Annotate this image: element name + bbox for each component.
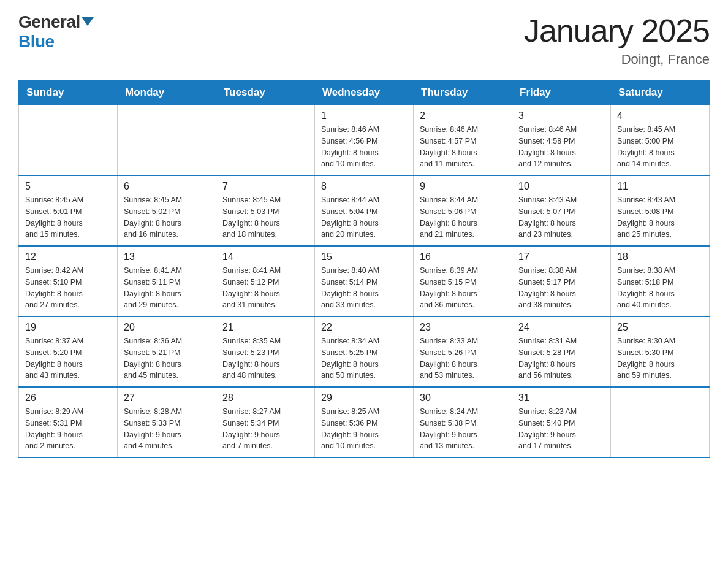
day-number: 18 [617, 251, 703, 262]
day-number: 1 [321, 110, 407, 121]
calendar-cell: 30Sunrise: 8:24 AMSunset: 5:38 PMDayligh… [414, 387, 512, 458]
calendar-cell: 5Sunrise: 8:45 AMSunset: 5:01 PMDaylight… [19, 175, 118, 246]
calendar-cell: 24Sunrise: 8:31 AMSunset: 5:28 PMDayligh… [512, 316, 611, 387]
day-number: 14 [222, 251, 308, 262]
days-header-row: Sunday Monday Tuesday Wednesday Thursday… [19, 80, 710, 105]
day-info: Sunrise: 8:36 AMSunset: 5:21 PMDaylight:… [124, 335, 210, 381]
day-number: 7 [222, 181, 308, 192]
calendar-week-row: 12Sunrise: 8:42 AMSunset: 5:10 PMDayligh… [19, 246, 710, 316]
calendar-cell: 15Sunrise: 8:40 AMSunset: 5:14 PMDayligh… [315, 246, 414, 316]
logo-blue: Blue [18, 32, 55, 52]
day-number: 29 [321, 393, 407, 404]
day-number: 26 [25, 393, 111, 404]
day-number: 15 [321, 251, 407, 262]
calendar-cell: 11Sunrise: 8:43 AMSunset: 5:08 PMDayligh… [611, 175, 710, 246]
calendar-cell: 25Sunrise: 8:30 AMSunset: 5:30 PMDayligh… [611, 316, 710, 387]
day-info: Sunrise: 8:41 AMSunset: 5:11 PMDaylight:… [124, 265, 210, 311]
day-info: Sunrise: 8:28 AMSunset: 5:33 PMDaylight:… [124, 406, 210, 452]
calendar-week-row: 1Sunrise: 8:46 AMSunset: 4:56 PMDaylight… [19, 105, 710, 176]
day-number: 24 [518, 322, 604, 333]
header-saturday: Saturday [611, 80, 710, 105]
calendar-cell: 6Sunrise: 8:45 AMSunset: 5:02 PMDaylight… [118, 175, 216, 246]
logo-arrow-icon [82, 17, 94, 26]
calendar-cell: 8Sunrise: 8:44 AMSunset: 5:04 PMDaylight… [315, 175, 414, 246]
calendar-cell: 22Sunrise: 8:34 AMSunset: 5:25 PMDayligh… [315, 316, 414, 387]
day-number: 6 [124, 181, 210, 192]
day-info: Sunrise: 8:45 AMSunset: 5:00 PMDaylight:… [617, 124, 703, 170]
calendar-cell: 31Sunrise: 8:23 AMSunset: 5:40 PMDayligh… [512, 387, 611, 458]
day-info: Sunrise: 8:38 AMSunset: 5:17 PMDaylight:… [518, 265, 604, 311]
day-number: 10 [518, 181, 604, 192]
logo-general: General [18, 12, 94, 32]
calendar-cell: 19Sunrise: 8:37 AMSunset: 5:20 PMDayligh… [19, 316, 118, 387]
calendar-cell: 20Sunrise: 8:36 AMSunset: 5:21 PMDayligh… [118, 316, 216, 387]
day-number: 3 [518, 110, 604, 121]
calendar-cell: 1Sunrise: 8:46 AMSunset: 4:56 PMDaylight… [315, 105, 414, 176]
header-thursday: Thursday [414, 80, 512, 105]
day-info: Sunrise: 8:45 AMSunset: 5:01 PMDaylight:… [25, 194, 111, 240]
day-number: 19 [25, 322, 111, 333]
day-number: 31 [518, 393, 604, 404]
day-number: 2 [420, 110, 506, 121]
calendar-cell: 12Sunrise: 8:42 AMSunset: 5:10 PMDayligh… [19, 246, 118, 316]
day-number: 13 [124, 251, 210, 262]
calendar-cell: 16Sunrise: 8:39 AMSunset: 5:15 PMDayligh… [414, 246, 512, 316]
calendar-cell: 7Sunrise: 8:45 AMSunset: 5:03 PMDaylight… [216, 175, 315, 246]
day-info: Sunrise: 8:40 AMSunset: 5:14 PMDaylight:… [321, 265, 407, 311]
day-info: Sunrise: 8:45 AMSunset: 5:03 PMDaylight:… [222, 194, 308, 240]
logo: General Blue [18, 12, 94, 52]
calendar-table: Sunday Monday Tuesday Wednesday Thursday… [18, 80, 710, 458]
page-header: General Blue January 2025 Doingt, France [18, 12, 710, 67]
calendar-cell: 10Sunrise: 8:43 AMSunset: 5:07 PMDayligh… [512, 175, 611, 246]
header-wednesday: Wednesday [315, 80, 414, 105]
day-number: 12 [25, 251, 111, 262]
calendar-cell: 28Sunrise: 8:27 AMSunset: 5:34 PMDayligh… [216, 387, 315, 458]
day-number: 25 [617, 322, 703, 333]
day-info: Sunrise: 8:42 AMSunset: 5:10 PMDaylight:… [25, 265, 111, 311]
day-info: Sunrise: 8:46 AMSunset: 4:57 PMDaylight:… [420, 124, 506, 170]
calendar-week-row: 5Sunrise: 8:45 AMSunset: 5:01 PMDaylight… [19, 175, 710, 246]
day-info: Sunrise: 8:29 AMSunset: 5:31 PMDaylight:… [25, 406, 111, 452]
day-info: Sunrise: 8:43 AMSunset: 5:07 PMDaylight:… [518, 194, 604, 240]
calendar-week-row: 26Sunrise: 8:29 AMSunset: 5:31 PMDayligh… [19, 387, 710, 458]
day-number: 21 [222, 322, 308, 333]
calendar-cell [611, 387, 710, 458]
calendar-cell [19, 105, 118, 176]
calendar-cell: 18Sunrise: 8:38 AMSunset: 5:18 PMDayligh… [611, 246, 710, 316]
calendar-cell: 9Sunrise: 8:44 AMSunset: 5:06 PMDaylight… [414, 175, 512, 246]
calendar-cell [216, 105, 315, 176]
day-info: Sunrise: 8:27 AMSunset: 5:34 PMDaylight:… [222, 406, 308, 452]
calendar-cell: 17Sunrise: 8:38 AMSunset: 5:17 PMDayligh… [512, 246, 611, 316]
day-info: Sunrise: 8:43 AMSunset: 5:08 PMDaylight:… [617, 194, 703, 240]
day-info: Sunrise: 8:46 AMSunset: 4:58 PMDaylight:… [518, 124, 604, 170]
day-info: Sunrise: 8:39 AMSunset: 5:15 PMDaylight:… [420, 265, 506, 311]
day-info: Sunrise: 8:24 AMSunset: 5:38 PMDaylight:… [420, 406, 506, 452]
calendar-cell: 29Sunrise: 8:25 AMSunset: 5:36 PMDayligh… [315, 387, 414, 458]
calendar-cell: 21Sunrise: 8:35 AMSunset: 5:23 PMDayligh… [216, 316, 315, 387]
calendar-cell: 3Sunrise: 8:46 AMSunset: 4:58 PMDaylight… [512, 105, 611, 176]
calendar-cell: 27Sunrise: 8:28 AMSunset: 5:33 PMDayligh… [118, 387, 216, 458]
day-info: Sunrise: 8:41 AMSunset: 5:12 PMDaylight:… [222, 265, 308, 311]
day-number: 23 [420, 322, 506, 333]
header-monday: Monday [118, 80, 216, 105]
calendar-cell: 4Sunrise: 8:45 AMSunset: 5:00 PMDaylight… [611, 105, 710, 176]
day-number: 30 [420, 393, 506, 404]
day-number: 11 [617, 181, 703, 192]
day-info: Sunrise: 8:44 AMSunset: 5:04 PMDaylight:… [321, 194, 407, 240]
day-number: 22 [321, 322, 407, 333]
day-info: Sunrise: 8:35 AMSunset: 5:23 PMDaylight:… [222, 335, 308, 381]
day-info: Sunrise: 8:33 AMSunset: 5:26 PMDaylight:… [420, 335, 506, 381]
calendar-cell [118, 105, 216, 176]
calendar-cell: 26Sunrise: 8:29 AMSunset: 5:31 PMDayligh… [19, 387, 118, 458]
header-friday: Friday [512, 80, 611, 105]
day-number: 17 [518, 251, 604, 262]
header-sunday: Sunday [19, 80, 118, 105]
day-info: Sunrise: 8:25 AMSunset: 5:36 PMDaylight:… [321, 406, 407, 452]
calendar-cell: 23Sunrise: 8:33 AMSunset: 5:26 PMDayligh… [414, 316, 512, 387]
day-info: Sunrise: 8:38 AMSunset: 5:18 PMDaylight:… [617, 265, 703, 311]
day-number: 5 [25, 181, 111, 192]
day-number: 28 [222, 393, 308, 404]
day-info: Sunrise: 8:34 AMSunset: 5:25 PMDaylight:… [321, 335, 407, 381]
calendar-title: January 2025 [524, 12, 710, 49]
calendar-week-row: 19Sunrise: 8:37 AMSunset: 5:20 PMDayligh… [19, 316, 710, 387]
